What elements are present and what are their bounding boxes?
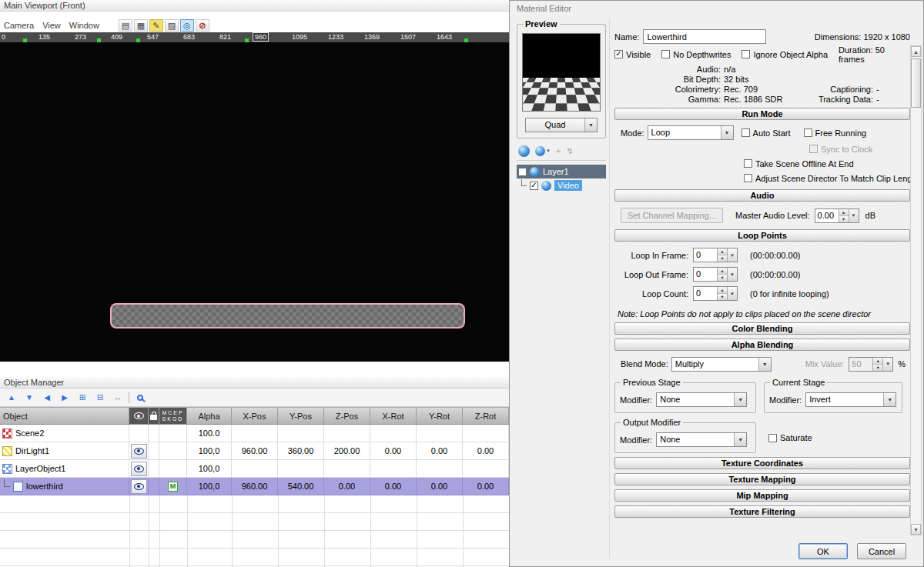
table-row-scene2[interactable]: Scene2 100.0	[0, 425, 509, 442]
alpha-cell[interactable]: 100.0	[187, 425, 232, 442]
lowerthird-object[interactable]	[110, 303, 465, 329]
cancel-button[interactable]: Cancel	[857, 543, 906, 559]
column-y-pos[interactable]: Y-Pos	[278, 408, 324, 424]
column-alpha[interactable]: Alpha	[187, 408, 232, 424]
z-pos-cell[interactable]: 0.00	[324, 478, 370, 495]
effects-icon[interactable]: ↯	[566, 146, 573, 156]
chevron-down-icon[interactable]: ▼	[849, 209, 859, 222]
mix-value-spinner[interactable]: 50 ▲▼ ▼	[849, 357, 893, 372]
visibility-cell[interactable]	[129, 425, 149, 442]
column-x-pos[interactable]: X-Pos	[232, 408, 278, 424]
loop-in-frame-spinner[interactable]: 0 ▲▼ ▼	[693, 248, 738, 262]
blend-mode-dropdown[interactable]: Multiply ▼	[671, 357, 772, 372]
y-pos-cell[interactable]: 540.00	[278, 478, 324, 495]
z-pos-cell[interactable]	[324, 425, 370, 442]
lock-column-header[interactable]	[149, 408, 159, 424]
section-header-alpha-blending[interactable]: Alpha Blending	[614, 339, 910, 351]
y-pos-cell[interactable]	[278, 460, 324, 478]
visible-checkbox[interactable]: Visible	[614, 50, 651, 59]
free-running-checkbox[interactable]: Free Running	[804, 128, 867, 138]
expand-tree-icon[interactable]: ⊞	[75, 391, 89, 404]
adjust-scene-director-checkbox[interactable]: Adjust Scene Director To Match Clip Leng…	[744, 174, 919, 183]
previous-stage-modifier-dropdown[interactable]: None ▼	[656, 392, 747, 407]
scrollbar-track[interactable]	[911, 57, 921, 524]
material-sphere-icon[interactable]	[518, 145, 530, 157]
sync-to-clock-checkbox[interactable]: Sync to Clock	[809, 145, 872, 154]
viewport-canvas[interactable]	[0, 42, 509, 362]
z-rot-cell[interactable]: 0.00	[463, 442, 509, 460]
section-header-run-mode[interactable]: Run Mode	[614, 108, 910, 120]
z-pos-cell[interactable]	[324, 460, 370, 478]
z-rot-cell[interactable]: 0.00	[463, 478, 509, 495]
auto-start-checkbox[interactable]: Auto Start	[742, 128, 791, 138]
x-pos-cell[interactable]: 960.00	[232, 478, 278, 495]
texture-icon[interactable]: ▨	[165, 19, 179, 32]
y-rot-cell[interactable]	[417, 425, 463, 442]
alpha-cell[interactable]: 100,0	[187, 478, 232, 495]
column-y-rot[interactable]: Y-Rot	[417, 408, 463, 424]
z-rot-cell[interactable]	[463, 460, 509, 478]
chevron-down-icon[interactable]: ▼	[727, 248, 737, 262]
section-header-audio[interactable]: Audio	[614, 189, 910, 202]
video-checkbox[interactable]	[530, 182, 538, 190]
lock-cell[interactable]	[149, 460, 159, 478]
x-rot-cell[interactable]: 0.00	[370, 442, 417, 460]
section-header-texture-filtering[interactable]: Texture Filtering	[614, 505, 910, 518]
no-depthwrites-checkbox[interactable]: No Depthwrites	[661, 50, 731, 59]
add-layer-icon[interactable]: +	[556, 146, 561, 155]
y-rot-cell[interactable]	[417, 460, 463, 478]
saturate-checkbox[interactable]: Saturate	[768, 433, 812, 442]
scrollbar-thumb[interactable]	[911, 58, 921, 108]
master-audio-level-spinner[interactable]: 0.00 ▲▼ ▼	[815, 208, 859, 223]
section-header-texture-mapping[interactable]: Texture Mapping	[614, 473, 910, 485]
orbit-icon[interactable]: ◎	[180, 19, 194, 32]
visibility-cell[interactable]	[129, 478, 149, 495]
move-down-icon[interactable]: ▼	[22, 391, 36, 404]
scroll-up-icon[interactable]: ▲	[911, 46, 921, 57]
lock-cell[interactable]	[149, 442, 159, 460]
x-pos-cell[interactable]	[232, 425, 278, 442]
alpha-cell[interactable]: 100,0	[187, 442, 232, 460]
menu-camera[interactable]: Camera	[4, 21, 34, 30]
lock-cell[interactable]	[149, 478, 159, 495]
section-header-color-blending[interactable]: Color Blending	[614, 322, 910, 335]
lock-cell[interactable]	[149, 425, 159, 442]
section-header-texture-coordinates[interactable]: Texture Coordinates	[614, 457, 910, 469]
x-rot-cell[interactable]	[370, 425, 417, 442]
mode-dropdown[interactable]: Loop ▼	[648, 125, 734, 140]
visibility-toggle[interactable]	[131, 462, 147, 476]
z-rot-cell[interactable]	[463, 425, 509, 442]
x-pos-cell[interactable]	[232, 460, 278, 478]
flags-cell[interactable]	[159, 460, 187, 478]
preview-mode-dropdown[interactable]: Quad ▼	[525, 118, 598, 132]
column-object[interactable]: Object	[0, 408, 129, 424]
search-icon[interactable]	[133, 391, 147, 404]
y-rot-cell[interactable]: 0.00	[417, 478, 463, 495]
visibility-toggle[interactable]	[131, 479, 147, 494]
resize-columns-icon[interactable]: ↔	[111, 391, 125, 404]
z-pos-cell[interactable]: 200.00	[324, 442, 370, 460]
output-modifier-dropdown[interactable]: None ▼	[656, 432, 747, 447]
monitor-icon[interactable]: ▤	[119, 19, 132, 32]
layer1-checkbox[interactable]	[518, 168, 527, 176]
y-pos-cell[interactable]	[278, 425, 324, 442]
visibility-cell[interactable]	[129, 442, 149, 460]
x-rot-cell[interactable]: 0.00	[370, 478, 417, 495]
table-row-layerobject1[interactable]: LayerObject1 100,0	[0, 460, 509, 478]
collapse-tree-icon[interactable]: ⊟	[93, 391, 107, 404]
move-left-icon[interactable]: ◀	[40, 391, 54, 404]
name-input[interactable]	[643, 29, 766, 44]
properties-scrollbar[interactable]: ▲ ▼	[910, 45, 922, 535]
menu-window[interactable]: Window	[69, 21, 99, 30]
alpha-cell[interactable]: 100,0	[187, 460, 232, 478]
move-right-icon[interactable]: ▶	[58, 391, 72, 404]
ok-button[interactable]: OK	[798, 543, 848, 559]
flags-cell[interactable]	[159, 442, 187, 460]
x-rot-cell[interactable]	[370, 460, 417, 478]
tree-item-video[interactable]: Video	[517, 178, 606, 192]
chevron-down-icon[interactable]: ▼	[727, 268, 737, 281]
column-z-pos[interactable]: Z-Pos	[324, 408, 370, 424]
visibility-column-header[interactable]	[129, 408, 149, 424]
record-icon[interactable]: ⊘	[196, 19, 209, 32]
take-scene-offline-checkbox[interactable]: Take Scene Offline At End	[744, 159, 854, 168]
